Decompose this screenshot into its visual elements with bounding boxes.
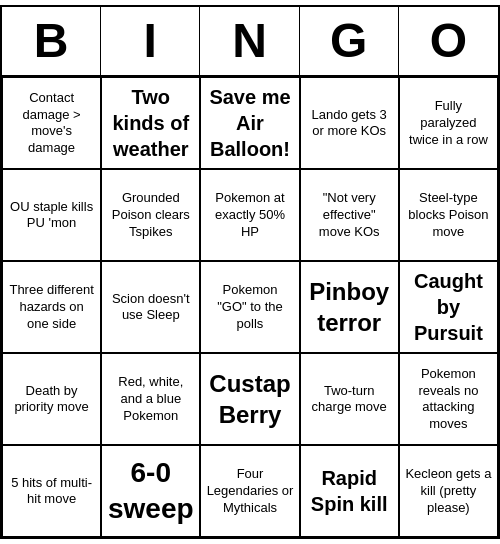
bingo-cell-11: Scion doesn't use Sleep [101, 261, 200, 353]
bingo-grid: Contact damage > move's damageTwo kinds … [2, 77, 498, 537]
bingo-cell-12: Pokemon "GO" to the polls [200, 261, 299, 353]
bingo-cell-19: Pokemon reveals no attacking moves [399, 353, 498, 445]
bingo-cell-23: Rapid Spin kill [300, 445, 399, 537]
bingo-cell-9: Steel-type blocks Poison move [399, 169, 498, 261]
bingo-cell-13: Pinboy terror [300, 261, 399, 353]
bingo-cell-7: Pokemon at exactly 50% HP [200, 169, 299, 261]
bingo-cell-20: 5 hits of multi-hit move [2, 445, 101, 537]
bingo-cell-6: Grounded Poison clears Tspikes [101, 169, 200, 261]
bingo-letter-g: G [300, 7, 399, 76]
bingo-letter-n: N [200, 7, 299, 76]
bingo-header: BINGO [2, 7, 498, 78]
bingo-cell-16: Red, white, and a blue Pokemon [101, 353, 200, 445]
bingo-cell-18: Two-turn charge move [300, 353, 399, 445]
bingo-cell-0: Contact damage > move's damage [2, 77, 101, 169]
bingo-letter-o: O [399, 7, 498, 76]
bingo-cell-15: Death by priority move [2, 353, 101, 445]
bingo-cell-3: Lando gets 3 or more KOs [300, 77, 399, 169]
bingo-cell-21: 6-0 sweep [101, 445, 200, 537]
bingo-cell-4: Fully paralyzed twice in a row [399, 77, 498, 169]
bingo-cell-24: Kecleon gets a kill (pretty please) [399, 445, 498, 537]
bingo-card: BINGO Contact damage > move's damageTwo … [0, 5, 500, 540]
bingo-letter-b: B [2, 7, 101, 76]
bingo-cell-14: Caught by Pursuit [399, 261, 498, 353]
bingo-cell-10: Three different hazards on one side [2, 261, 101, 353]
bingo-letter-i: I [101, 7, 200, 76]
bingo-cell-22: Four Legendaries or Mythicals [200, 445, 299, 537]
bingo-cell-1: Two kinds of weather [101, 77, 200, 169]
bingo-cell-8: "Not very effective" move KOs [300, 169, 399, 261]
bingo-cell-2: Save me Air Balloon! [200, 77, 299, 169]
bingo-cell-17: Custap Berry [200, 353, 299, 445]
bingo-cell-5: OU staple kills PU 'mon [2, 169, 101, 261]
